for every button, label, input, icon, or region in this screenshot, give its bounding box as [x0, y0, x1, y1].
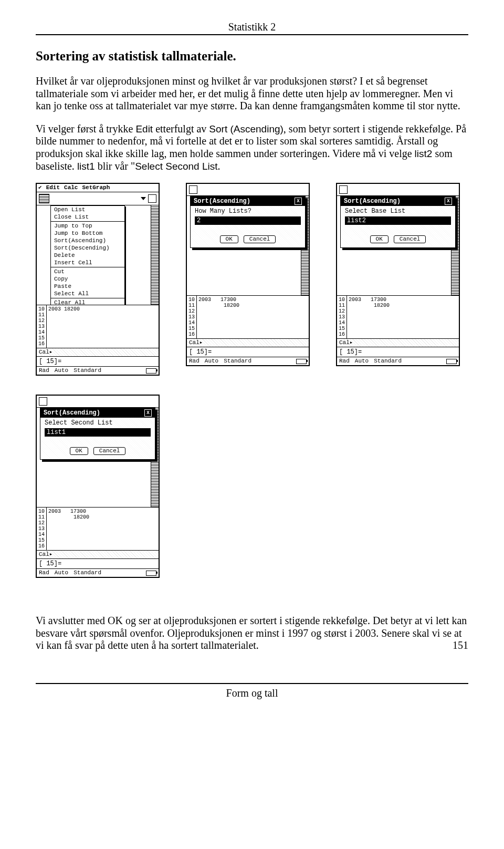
ok-button[interactable]: OK: [370, 235, 388, 243]
tool-back-icon[interactable]: [189, 185, 197, 194]
status-standard: Standard: [374, 358, 402, 364]
key-sort-ascending: Sort (Ascending): [209, 123, 284, 134]
ok-button[interactable]: OK: [220, 235, 238, 243]
row-num: 16: [38, 543, 45, 549]
key-select-second-list: Select Second List: [135, 161, 217, 172]
bar-chart-icon[interactable]: [39, 194, 49, 203]
input-row[interactable]: [ 15]=: [37, 558, 159, 568]
row-num: 16: [339, 332, 345, 337]
cal-row: Cal▸: [337, 338, 459, 347]
status-rad: Rad: [339, 358, 350, 364]
status-standard: Standard: [74, 570, 101, 576]
cell-year: 2003: [198, 297, 211, 303]
key-list2: list2: [415, 148, 433, 159]
screenshot-row-2: Sort(Ascending) X Select Second List lis…: [36, 395, 468, 578]
menubar: ✔ Edit Calc SetGraph: [37, 184, 159, 192]
status-rad: Rad: [39, 570, 49, 576]
row-num: 13: [38, 324, 45, 329]
dialog-title-text: Sort(Ascending): [344, 198, 401, 204]
menu-edit[interactable]: Edit: [46, 185, 60, 191]
toolbar: [37, 396, 159, 408]
menu-setgraph[interactable]: SetGraph: [82, 185, 110, 191]
dd-delete[interactable]: Delete: [51, 252, 124, 259]
separator: [51, 267, 124, 267]
key-list1: list1: [77, 161, 95, 172]
footer-rule: [36, 683, 468, 684]
close-icon[interactable]: X: [144, 409, 152, 417]
dialog-label: Select Second List: [45, 420, 151, 426]
sort-dialog: Sort(Ascending) X Select Second List lis…: [40, 408, 155, 460]
cancel-button[interactable]: Cancel: [244, 235, 276, 243]
cell-value: 17300: [70, 509, 86, 514]
input-row[interactable]: [ 15]=: [37, 356, 159, 366]
cal-row: Cal▸: [187, 338, 309, 347]
cell-year: 2003: [48, 509, 61, 514]
header-rule: [36, 34, 468, 35]
dd-sort-desc[interactable]: Sort(Descending): [51, 244, 124, 252]
scrollbar[interactable]: [151, 205, 159, 305]
dd-jump-top[interactable]: Jump to Top: [51, 222, 124, 230]
input-row[interactable]: [ 15]=: [337, 347, 459, 357]
dd-sort-asc[interactable]: Sort(Ascending): [51, 237, 124, 244]
row-num: 11: [38, 312, 45, 318]
dd-insert-cell[interactable]: Insert Cell: [51, 259, 124, 266]
sort-dialog: Sort(Ascending) X How Many Lists? 2 OK C…: [190, 196, 306, 248]
separator: [51, 298, 124, 298]
close-icon[interactable]: X: [445, 198, 452, 205]
status-auto: Auto: [55, 570, 68, 576]
calc-screen-select-base-list: Sort(Ascending) X Select Base List list2…: [336, 183, 460, 376]
dialog-title: Sort(Ascending) X: [191, 196, 305, 206]
screenshot-row-1: ✔ Edit Calc SetGraph Open List Close Lis…: [36, 183, 468, 376]
dd-cut[interactable]: Cut: [51, 268, 124, 275]
row-num: 10: [38, 509, 45, 514]
edit-dropdown: Open List Close List Jump to Top Jump to…: [50, 205, 125, 305]
ok-button[interactable]: OK: [70, 447, 88, 455]
battery-icon: [146, 368, 156, 374]
row-num: 12: [339, 308, 345, 314]
input-row[interactable]: [ 15]=: [187, 347, 309, 357]
chevron-down-icon: ✔: [38, 185, 42, 191]
sort-dialog: Sort(Ascending) X Select Base List list2…: [340, 196, 456, 248]
data-rows: 10 11 12 13 14 15 16 2003 17300 18200: [37, 507, 159, 550]
cell-value: 18200: [74, 514, 89, 520]
status-standard: Standard: [74, 368, 101, 374]
cancel-button[interactable]: Cancel: [394, 235, 426, 243]
dd-clear-all[interactable]: Clear All: [51, 299, 124, 305]
dd-paste[interactable]: Paste: [51, 283, 124, 290]
menu-calc[interactable]: Calc: [64, 185, 78, 191]
tool-back-icon[interactable]: [339, 185, 348, 194]
status-auto: Auto: [55, 368, 68, 374]
row-num: 14: [38, 329, 45, 335]
calc-screen-edit-menu: ✔ Edit Calc SetGraph Open List Close Lis…: [36, 183, 160, 376]
dialog-input[interactable]: list1: [45, 428, 151, 437]
status-row: Rad Auto Standard: [37, 366, 159, 375]
dialog-label: Select Base List: [345, 208, 451, 214]
status-auto: Auto: [205, 358, 218, 364]
paragraph-intro: Hvilket år var oljeproduksjonen minst og…: [36, 75, 468, 112]
p2-e: blir vår ": [95, 160, 135, 172]
cal-row: Cal▸: [37, 348, 159, 356]
header-chapter-title: Statistikk 2: [36, 21, 468, 33]
row-num: 14: [188, 320, 195, 326]
tool-square-icon[interactable]: [148, 194, 156, 203]
row-num: 13: [38, 526, 45, 532]
cancel-button[interactable]: Cancel: [93, 447, 126, 455]
cell-value: 18200: [224, 303, 239, 308]
separator: [51, 221, 124, 222]
dropdown-arrow-icon[interactable]: [141, 197, 146, 200]
tool-back-icon[interactable]: [39, 397, 47, 406]
row-num: 11: [188, 303, 195, 308]
dd-copy[interactable]: Copy: [51, 275, 124, 283]
calc-screen-how-many-lists: Sort(Ascending) X How Many Lists? 2 OK C…: [186, 183, 310, 376]
row-num: 16: [188, 332, 195, 337]
dialog-input[interactable]: list2: [345, 216, 451, 225]
dd-jump-bottom[interactable]: Jump to Bottom: [51, 230, 124, 237]
dd-select-all[interactable]: Select All: [51, 290, 124, 297]
row-num: 15: [339, 326, 345, 332]
row-num: 10: [339, 297, 345, 303]
dd-close-list[interactable]: Close List: [51, 213, 124, 221]
row-num: 16: [38, 341, 45, 347]
close-icon[interactable]: X: [295, 198, 302, 205]
dialog-input[interactable]: 2: [195, 216, 301, 225]
dd-open-list[interactable]: Open List: [51, 206, 124, 213]
